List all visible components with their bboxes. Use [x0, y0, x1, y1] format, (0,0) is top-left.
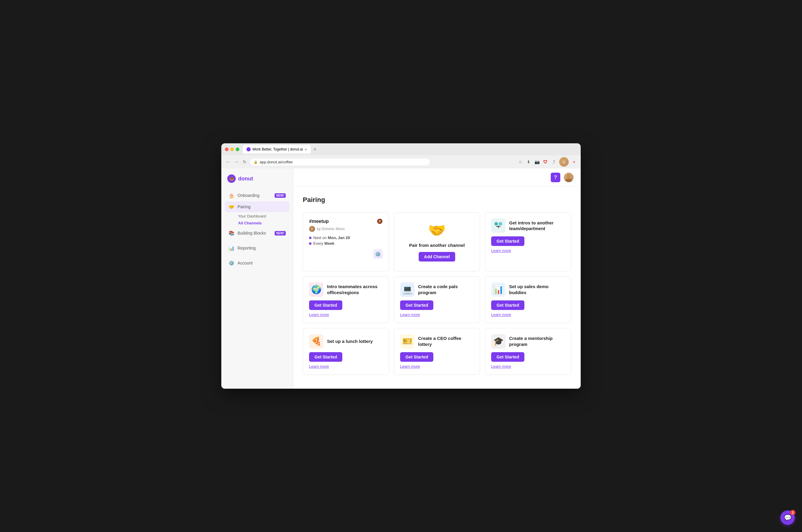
meetup-frequency: Every Week	[309, 241, 383, 246]
bookmark-icon[interactable]: ☆	[517, 159, 523, 165]
app-container: 🍩 donut 🎂 Onboarding NEW! 🤝 Pairing Your…	[221, 169, 581, 389]
get-intros-learn-more[interactable]: Learn more	[491, 248, 511, 253]
sidebar-item-onboarding[interactable]: 🎂 Onboarding NEW!	[225, 190, 289, 201]
maximize-window-button[interactable]	[236, 148, 239, 151]
tab-bar: Work Better, Together | donut.ai ✕ +	[243, 145, 577, 153]
tab-favicon	[247, 147, 251, 151]
lock-icon: 🔒	[254, 160, 258, 164]
logo-icon: 🍩	[227, 174, 236, 183]
browser-profile-avatar[interactable]: U	[559, 157, 569, 167]
meetup-card-header: #meetup 🔕 D by Dominic Monn	[309, 218, 383, 232]
back-button[interactable]: ←	[225, 159, 231, 165]
ceo-coffee-learn-more[interactable]: Learn more	[400, 364, 420, 368]
offices-title: Intro teammates across offices/regions	[327, 284, 383, 295]
sidebar-item-account-label: Account	[237, 261, 253, 265]
lunch-lottery-learn-more[interactable]: Learn more	[309, 364, 329, 368]
get-intros-actions: Get Started Learn more	[491, 236, 565, 253]
code-pals-icon: 💻	[400, 283, 415, 297]
forward-button[interactable]: →	[233, 159, 239, 165]
account-icon: ⚙️	[229, 260, 235, 266]
svg-point-1	[565, 178, 572, 182]
sidebar-item-building-blocks-label: Building Blocks	[237, 231, 266, 235]
close-window-button[interactable]	[225, 148, 229, 151]
onboarding-new-badge: NEW!	[275, 193, 286, 198]
help-button[interactable]: ?	[551, 173, 560, 182]
nav-section: 🎂 Onboarding NEW! 🤝 Pairing Your Dashboa…	[221, 190, 293, 268]
chat-bubble-button[interactable]: 💬 1	[780, 511, 795, 525]
offices-learn-more[interactable]: Learn more	[309, 312, 329, 317]
pairing-subitems: Your Dashboard All Channels	[225, 213, 289, 227]
sales-demo-actions: Get Started Learn more	[491, 300, 565, 317]
minimize-window-button[interactable]	[230, 148, 234, 151]
ceo-coffee-button[interactable]: Get Started	[400, 352, 433, 362]
lunch-lottery-card: 🍕 Set up a lunch lottery Get Started Lea…	[303, 328, 389, 375]
sidebar-item-pairing[interactable]: 🤝 Pairing	[225, 202, 289, 212]
get-intros-button[interactable]: Get Started	[491, 236, 524, 246]
shield-icon[interactable]: 🛡	[542, 159, 548, 165]
offices-button[interactable]: Get Started	[309, 300, 342, 310]
download-icon[interactable]: ⬇	[526, 159, 532, 165]
camera-icon[interactable]: 📷	[534, 159, 540, 165]
traffic-lights	[225, 148, 239, 151]
code-pals-learn-more[interactable]: Learn more	[400, 312, 420, 317]
browser-window: Work Better, Together | donut.ai ✕ + ← →…	[221, 143, 581, 389]
sales-demo-learn-more[interactable]: Learn more	[491, 312, 511, 317]
mentorship-icon: 🎓	[491, 334, 506, 348]
pair-channel-inner: 🤝 Pair from another channel Add Channel	[400, 218, 474, 265]
sidebar-item-reporting-label: Reporting	[237, 246, 256, 250]
top-bar: ?	[293, 169, 581, 186]
sales-demo-button[interactable]: Get Started	[491, 300, 524, 310]
mentorship-title: Create a mentorship program	[509, 336, 565, 347]
ceo-coffee-card: 🎫 Create a CEO coffee lottery Get Starte…	[394, 328, 480, 375]
titlebar: Work Better, Together | donut.ai ✕ +	[221, 143, 581, 155]
sidebar-item-pairing-label: Pairing	[237, 204, 251, 209]
lunch-lottery-button[interactable]: Get Started	[309, 352, 342, 362]
sidebar-item-building-blocks[interactable]: 📚 Building Blocks NEW!	[225, 228, 289, 239]
logo-text: donut	[238, 176, 253, 182]
mentorship-actions: Get Started Learn more	[491, 352, 565, 368]
chat-icon: 💬	[784, 514, 791, 521]
share-icon[interactable]: ⤴	[551, 159, 557, 165]
user-avatar[interactable]	[564, 173, 573, 182]
mentorship-learn-more[interactable]: Learn more	[491, 364, 511, 368]
add-channel-button[interactable]: Add Channel	[419, 252, 455, 262]
browser-actions: ☆ ⬇ 📷 🛡 ⤴ U +	[517, 157, 577, 167]
building-blocks-icon: 📚	[229, 230, 235, 236]
get-intros-icon	[491, 218, 506, 233]
active-tab[interactable]: Work Better, Together | donut.ai ✕	[243, 145, 311, 153]
svg-point-0	[567, 174, 571, 178]
new-tab-button[interactable]: +	[312, 147, 318, 152]
chat-badge: 1	[790, 510, 796, 515]
lunch-lottery-icon: 🍕	[309, 334, 324, 348]
lunch-lottery-title: Set up a lunch lottery	[327, 338, 373, 344]
ceo-coffee-icon: 🎫	[400, 334, 415, 348]
page-title: Pairing	[303, 196, 571, 204]
refresh-button[interactable]: ↻	[242, 159, 248, 165]
onboarding-icon: 🎂	[229, 192, 235, 198]
meetup-author-text: by Dominic Monn	[317, 227, 345, 231]
meetup-author: D by Dominic Monn	[309, 226, 383, 232]
extension-icon[interactable]: +	[571, 159, 577, 165]
sidebar-item-reporting[interactable]: 📊 Reporting	[225, 243, 289, 253]
get-intros-card: Get intros to another team/department Ge…	[485, 212, 571, 271]
author-avatar: D	[309, 226, 315, 232]
lunch-lottery-actions: Get Started Learn more	[309, 352, 383, 368]
pair-channel-card: 🤝 Pair from another channel Add Channel	[394, 212, 480, 271]
ceo-coffee-title: Create a CEO coffee lottery	[418, 336, 474, 347]
svg-point-2	[494, 222, 498, 226]
meetup-settings-button[interactable]: ⚙️	[373, 249, 383, 259]
sidebar-item-account[interactable]: ⚙️ Account	[225, 258, 289, 268]
cards-grid: #meetup 🔕 D by Dominic Monn	[303, 212, 571, 375]
sidebar-item-your-dashboard[interactable]: Your Dashboard	[235, 213, 289, 220]
url-text: app.donut.ai/coffee	[260, 160, 293, 164]
url-bar[interactable]: 🔒 app.donut.ai/coffee	[250, 158, 430, 166]
meetup-card: #meetup 🔕 D by Dominic Monn	[303, 212, 389, 271]
offices-actions: Get Started Learn more	[309, 300, 383, 317]
sidebar-item-all-channels[interactable]: All Channels	[235, 220, 289, 227]
handshake-icon: 🤝	[428, 222, 446, 239]
tab-close-button[interactable]: ✕	[305, 148, 307, 151]
code-pals-button[interactable]: Get Started	[400, 300, 433, 310]
mentorship-button[interactable]: Get Started	[491, 352, 524, 362]
avatar-placeholder	[564, 173, 573, 182]
content-area: Pairing #meetup 🔕 D	[293, 186, 581, 384]
